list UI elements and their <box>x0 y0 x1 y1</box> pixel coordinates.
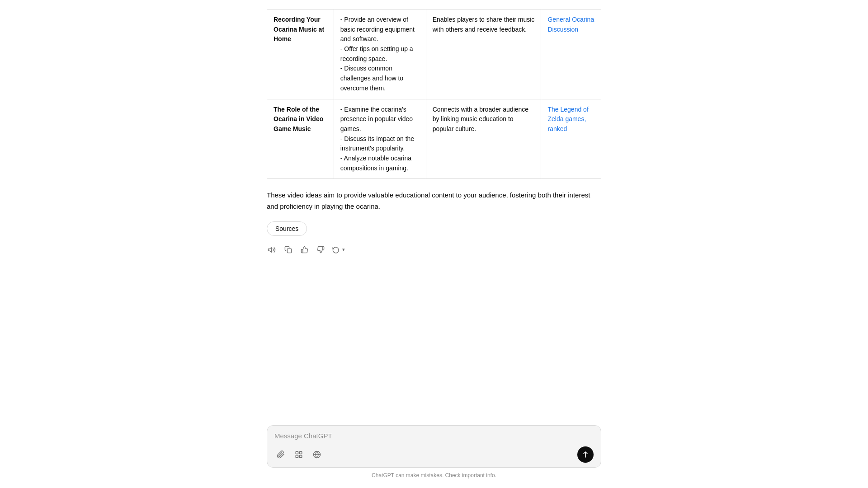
table-cell-title: Recording Your Ocarina Music at Home <box>267 9 334 99</box>
copy-icon[interactable] <box>283 245 293 255</box>
thumbs-up-icon[interactable] <box>299 245 309 255</box>
message-input[interactable] <box>274 432 594 440</box>
main-content: Recording Your Ocarina Music at Home- Pr… <box>258 0 610 425</box>
summary-text: These video ideas aim to provide valuabl… <box>267 190 601 212</box>
table-cell-points: - Provide an overview of basic recording… <box>334 9 426 99</box>
disclaimer-text: ChatGPT can make mistakes. Check importa… <box>267 471 601 483</box>
svg-rect-5 <box>300 455 302 457</box>
input-bottom-row <box>274 446 594 463</box>
table-cell-points: - Examine the ocarina's presence in popu… <box>334 99 426 179</box>
svg-rect-4 <box>296 455 298 457</box>
tools-icon[interactable] <box>292 448 305 461</box>
regenerate-chevron: ▾ <box>342 246 345 254</box>
input-area: ChatGPT can make mistakes. Check importa… <box>258 425 610 488</box>
table-cell-benefit: Connects with a broader audience by link… <box>426 99 541 179</box>
send-button[interactable] <box>577 446 594 463</box>
action-bar: ▾ <box>267 245 601 255</box>
table-cell-benefit: Enables players to share their music wit… <box>426 9 541 99</box>
sources-button[interactable]: Sources <box>267 221 307 236</box>
ideas-table: Recording Your Ocarina Music at Home- Pr… <box>267 9 601 179</box>
table-cell-sources: The Legend of Zelda games, ranked <box>541 99 601 179</box>
input-icons-left <box>274 448 323 461</box>
svg-rect-2 <box>296 451 298 454</box>
source-link[interactable]: The Legend of Zelda games, ranked <box>547 106 588 132</box>
svg-marker-0 <box>269 248 272 253</box>
svg-rect-3 <box>300 451 302 454</box>
regenerate-button[interactable]: ▾ <box>332 246 345 254</box>
thumbs-down-icon[interactable] <box>316 245 326 255</box>
attach-icon[interactable] <box>274 448 287 461</box>
table-cell-sources: General Ocarina Discussion <box>541 9 601 99</box>
source-link[interactable]: General Ocarina Discussion <box>547 16 594 33</box>
table-cell-title: The Role of the Ocarina in Video Game Mu… <box>267 99 334 179</box>
input-box <box>267 425 601 468</box>
volume-icon[interactable] <box>267 245 277 255</box>
language-icon[interactable] <box>311 448 323 461</box>
svg-rect-1 <box>287 249 291 253</box>
